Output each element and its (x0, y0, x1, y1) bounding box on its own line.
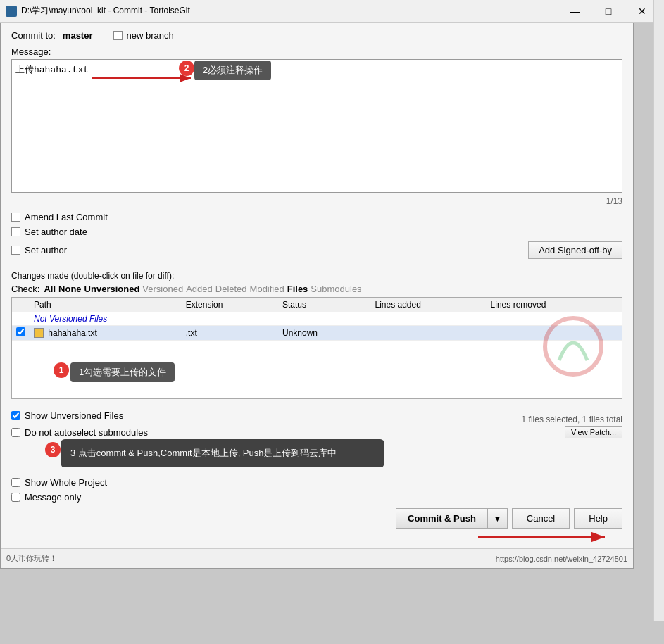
branch-name: master (63, 30, 93, 41)
file-extension: .txt (182, 326, 278, 341)
author-date-label: Set author date (25, 227, 87, 237)
buttons-row: Commit & Push ▼ Cancel Help (11, 508, 622, 529)
file-status: Unknown (278, 326, 371, 341)
new-branch-label: new branch (126, 30, 173, 41)
show-whole-project-label: Show Whole Project (25, 477, 107, 488)
message-label: Message: (11, 46, 622, 57)
new-branch-checkbox[interactable] (113, 31, 123, 40)
main-window: Commit to: master new branch Message: 上传… (0, 23, 634, 569)
commit-to-row: Commit to: master new branch (11, 30, 622, 41)
no-autoselect-label: Do not autoselect submodules (25, 427, 148, 438)
file-lines-added (371, 326, 487, 341)
col-status: Status (278, 298, 371, 312)
restore-button[interactable]: □ (592, 0, 625, 23)
new-branch-container: new branch (113, 30, 173, 41)
check-all[interactable]: All (44, 284, 56, 294)
check-none[interactable]: None (58, 284, 82, 294)
show-whole-project-row: Show Whole Project (11, 477, 622, 488)
file-table-wrapper: Path Extension Status Lines added Lines … (11, 297, 622, 399)
check-added[interactable]: Added (186, 284, 213, 294)
category-row: Not Versioned Files (12, 312, 622, 326)
title-bar: D:\学习\mayun\tool_kit - Commit - Tortoise… (0, 0, 664, 23)
commit-push-group: Commit & Push ▼ (396, 508, 508, 529)
content-area: Commit to: master new branch Message: 上传… (1, 23, 633, 406)
window-title: D:\学习\mayun\tool_kit - Commit - Tortoise… (21, 5, 558, 17)
commit-push-dropdown-button[interactable]: ▼ (487, 508, 508, 529)
check-modified[interactable]: Modified (250, 284, 284, 294)
no-autoselect-checkbox[interactable] (11, 428, 20, 437)
bottom-right-text: https://blog.csdn.net/weixin_42724501 (496, 555, 627, 563)
file-name: hahahaha.txt (48, 328, 96, 338)
col-checkbox (12, 298, 30, 312)
author-date-row: Set author date (11, 227, 622, 237)
divider1 (11, 265, 622, 265)
check-label: Check: (11, 284, 39, 294)
file-path: hahahaha.txt (30, 326, 182, 341)
set-author-checkbox[interactable] (11, 246, 20, 255)
amend-checkbox[interactable] (11, 213, 20, 222)
check-row: Check: All None Unversioned Versioned Ad… (11, 284, 622, 294)
show-whole-project-checkbox[interactable] (11, 478, 20, 487)
message-counter: 1/13 (11, 195, 622, 208)
message-only-checkbox[interactable] (11, 493, 20, 502)
add-signed-off-button[interactable]: Add Signed-off-by (528, 241, 622, 259)
col-path: Path (30, 298, 182, 312)
status-right: 1 files selected, 1 files total View Pat… (522, 415, 622, 438)
commit-to-label: Commit to: (11, 30, 56, 41)
message-input[interactable]: 上传hahaha.txt (11, 59, 622, 193)
minimize-button[interactable]: — (558, 0, 591, 23)
bottom-spacer: Show Whole Project Message only (11, 477, 622, 503)
bottom-left-text: 0大币你玩转！ (6, 553, 57, 564)
show-unversioned-label: Show Unversioned Files (25, 410, 123, 421)
check-versioned[interactable]: Versioned (142, 284, 183, 294)
amend-row: Amend Last Commit (11, 212, 622, 222)
commit-arrow-svg (475, 530, 615, 544)
message-only-row: Message only (11, 492, 622, 503)
col-extension: Extension (182, 298, 278, 312)
author-date-checkbox[interactable] (11, 227, 20, 236)
set-author-row: Set author Add Signed-off-by (11, 241, 622, 259)
bottom-bar: 0大币你玩转！ https://blog.csdn.net/weixin_427… (1, 548, 633, 568)
check-unversioned[interactable]: Unversioned (84, 284, 140, 294)
file-lines-removed (487, 326, 622, 341)
scroll-track[interactable] (653, 0, 664, 621)
check-submodules[interactable]: Submodules (311, 284, 361, 294)
help-button[interactable]: Help (574, 508, 622, 529)
bottom-checkboxes: Show Unversioned Files Do not autoselect… (11, 410, 148, 442)
bottom-section: Show Unversioned Files Do not autoselect… (1, 406, 633, 548)
col-lines-removed: Lines removed (487, 298, 622, 312)
check-deleted[interactable]: Deleted (215, 284, 247, 294)
message-only-label: Message only (25, 492, 81, 503)
changes-header: Changes made (double-click on file for d… (11, 271, 622, 281)
category-label: Not Versioned Files (30, 312, 622, 326)
amend-label: Amend Last Commit (25, 212, 108, 222)
annotation3-circle: 3 (45, 442, 61, 457)
annotation3-bubble: 3 点击commit & Push,Commit是本地上传, Push是上传到码… (61, 439, 384, 467)
show-unversioned-row: Show Unversioned Files (11, 410, 148, 421)
file-checkbox[interactable] (16, 327, 25, 336)
file-count-status: 1 files selected, 1 files total (522, 415, 622, 424)
file-icon (34, 328, 44, 338)
no-autoselect-row: Do not autoselect submodules (11, 427, 148, 438)
message-container: 上传hahaha.txt 2必须注释操作 2 (11, 59, 622, 195)
file-table-container[interactable]: Path Extension Status Lines added Lines … (11, 297, 622, 399)
window-controls: — □ ✕ (558, 0, 658, 23)
view-patch-button[interactable]: View Patch... (565, 426, 622, 438)
file-checkbox-cell[interactable] (12, 326, 30, 341)
table-row[interactable]: hahahaha.txt .txt Unknown (12, 326, 622, 341)
commit-push-button[interactable]: Commit & Push (396, 508, 487, 529)
col-lines-added: Lines added (371, 298, 487, 312)
show-unversioned-checkbox[interactable] (11, 411, 20, 420)
file-table: Path Extension Status Lines added Lines … (12, 298, 622, 341)
app-icon (6, 6, 17, 17)
options-section: Amend Last Commit Set author date Set au… (11, 212, 622, 259)
check-files[interactable]: Files (287, 284, 308, 294)
cancel-button[interactable]: Cancel (512, 508, 570, 529)
status-row: Show Unversioned Files Do not autoselect… (11, 410, 622, 442)
set-author-label: Set author (25, 245, 67, 255)
